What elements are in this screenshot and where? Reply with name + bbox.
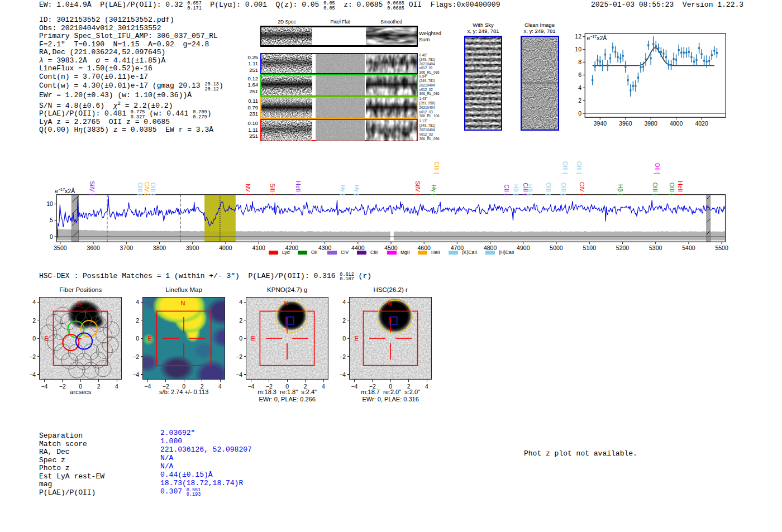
svg-text:E: E	[45, 335, 49, 342]
svg-text:5: 5	[50, 217, 53, 223]
svg-text:e−17x2Å: e−17x2Å	[55, 188, 75, 194]
svg-text:E: E	[355, 335, 359, 342]
svg-text:5000: 5000	[550, 245, 563, 251]
svg-text:0: 0	[578, 110, 581, 117]
svg-text:N: N	[284, 300, 289, 306]
svg-text:4000: 4000	[670, 120, 683, 127]
svg-text:4000: 4000	[219, 245, 232, 251]
svg-text:N: N	[181, 300, 185, 306]
svg-text:4020: 4020	[695, 120, 708, 127]
svg-text:3600: 3600	[87, 245, 100, 251]
svg-text:12: 12	[575, 33, 581, 40]
svg-text:3980: 3980	[645, 120, 658, 127]
svg-text:4100: 4100	[252, 245, 266, 251]
svg-text:3900: 3900	[186, 245, 199, 251]
svg-text:3940: 3940	[594, 120, 607, 127]
svg-text:8: 8	[578, 59, 581, 65]
svg-text:3800: 3800	[153, 245, 166, 251]
svg-text:5300: 5300	[649, 245, 662, 251]
svg-text:N: N	[388, 300, 392, 306]
svg-text:6: 6	[578, 71, 581, 78]
svg-text:10: 10	[46, 200, 53, 207]
svg-text:4: 4	[578, 84, 581, 91]
svg-text:3960: 3960	[619, 120, 632, 127]
svg-text:10: 10	[575, 46, 581, 52]
svg-text:5400: 5400	[682, 245, 695, 251]
svg-text:5100: 5100	[583, 245, 597, 251]
svg-text:2: 2	[578, 97, 581, 104]
svg-text:N: N	[78, 300, 82, 306]
svg-text:E: E	[148, 335, 152, 342]
svg-text:5200: 5200	[616, 245, 630, 251]
svg-text:e−17x2Å: e−17x2Å	[587, 35, 607, 41]
svg-text:+: +	[78, 335, 82, 342]
svg-text:4900: 4900	[517, 245, 530, 251]
svg-text:5500: 5500	[715, 245, 728, 251]
svg-text:0: 0	[50, 233, 53, 240]
svg-text:3500: 3500	[54, 245, 67, 251]
svg-text:3700: 3700	[120, 245, 133, 251]
svg-text:E: E	[251, 335, 255, 342]
